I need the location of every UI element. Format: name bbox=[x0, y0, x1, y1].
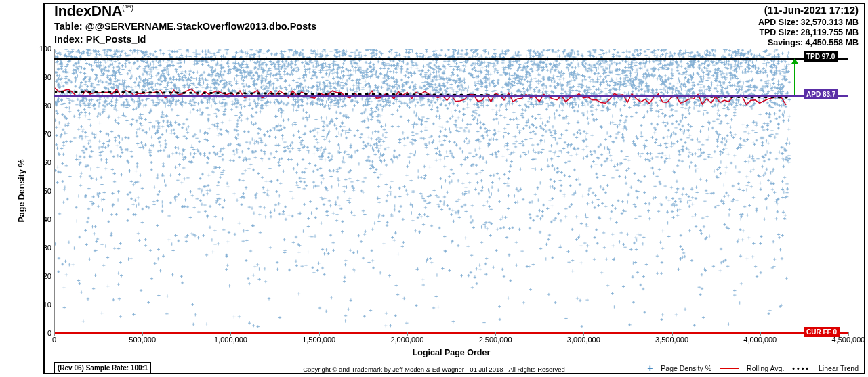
x-axis-label: Logical Page Order bbox=[413, 348, 491, 357]
scatter-layer bbox=[55, 49, 848, 332]
savings-arrow-stem bbox=[794, 62, 795, 95]
table-label: Table: @@SERVERNAME.StackOverflow2013.db… bbox=[54, 21, 316, 32]
x-tick: 4,000,000 bbox=[743, 336, 777, 344]
copyright: Copyright © and Trademark by Jeff Moden … bbox=[303, 365, 565, 373]
title-text: IndexDNA bbox=[54, 3, 122, 18]
timestamp: (11-Jun-2021 17:12) bbox=[764, 4, 859, 16]
cur-ff-line bbox=[54, 332, 848, 334]
y-tick: 0 bbox=[47, 329, 51, 337]
tpd-badge: TPD 97.0 bbox=[804, 51, 838, 62]
chart-title: IndexDNA(™) bbox=[54, 3, 133, 19]
y-tick: 60 bbox=[43, 158, 51, 167]
x-tick-mark bbox=[760, 332, 761, 336]
index-label: Index: PK_Posts_Id bbox=[54, 34, 146, 45]
y-tick: 20 bbox=[43, 272, 51, 280]
tpd-line bbox=[54, 58, 848, 60]
apd-badge: APD 83.7 bbox=[804, 89, 838, 99]
x-tick-mark bbox=[54, 332, 55, 336]
x-tick: 0 bbox=[52, 336, 56, 344]
x-tick-mark bbox=[672, 332, 673, 336]
legend-rolling: Rolling Avg. bbox=[747, 364, 784, 372]
x-tick-mark bbox=[407, 332, 408, 336]
y-tick: 40 bbox=[43, 215, 51, 223]
y-axis-label: Page Density % bbox=[17, 159, 26, 222]
y-tick: 90 bbox=[43, 73, 51, 81]
y-tick: 10 bbox=[43, 301, 51, 309]
x-tick-mark bbox=[848, 332, 849, 336]
legend-density: Page Density % bbox=[661, 364, 711, 372]
x-tick-mark bbox=[495, 332, 496, 336]
savings: Savings: 4,450.558 MB bbox=[768, 38, 859, 47]
legend: + Page Density % Rolling Avg. •••• Linea… bbox=[647, 363, 859, 374]
y-tick: 100 bbox=[39, 45, 51, 53]
legend-marker-line bbox=[720, 368, 739, 369]
x-tick-mark bbox=[230, 332, 231, 336]
trademark: (™) bbox=[122, 4, 133, 12]
x-tick: 500,000 bbox=[129, 336, 156, 344]
x-tick-mark bbox=[583, 332, 584, 336]
x-tick: 2,000,000 bbox=[390, 336, 423, 344]
legend-trend: Linear Trend bbox=[819, 364, 859, 372]
y-tick: 30 bbox=[43, 244, 51, 252]
x-tick: 4,500,000 bbox=[832, 336, 865, 344]
tpd-size: TPD Size: 28,119.755 MB bbox=[759, 28, 859, 37]
y-tick: 50 bbox=[43, 187, 51, 195]
plot-area bbox=[54, 49, 848, 333]
savings-arrow-head bbox=[791, 58, 798, 64]
x-tick: 1,500,000 bbox=[302, 336, 335, 344]
apd-size: APD Size: 32,570.313 MB bbox=[758, 18, 859, 27]
x-tick: 3,500,000 bbox=[655, 336, 688, 344]
y-tick: 70 bbox=[43, 130, 51, 138]
legend-marker-dots: •••• bbox=[792, 364, 810, 372]
revision-badge: (Rev 06) Sample Rate: 100:1 bbox=[54, 362, 151, 374]
x-tick: 1,000,000 bbox=[214, 336, 247, 344]
x-tick: 2,500,000 bbox=[479, 336, 512, 344]
x-tick-mark bbox=[142, 332, 143, 336]
x-tick-mark bbox=[319, 332, 320, 336]
apd-line bbox=[54, 95, 848, 97]
x-tick: 3,000,000 bbox=[567, 336, 600, 344]
legend-marker-plus: + bbox=[647, 363, 653, 374]
y-tick: 80 bbox=[43, 102, 51, 110]
